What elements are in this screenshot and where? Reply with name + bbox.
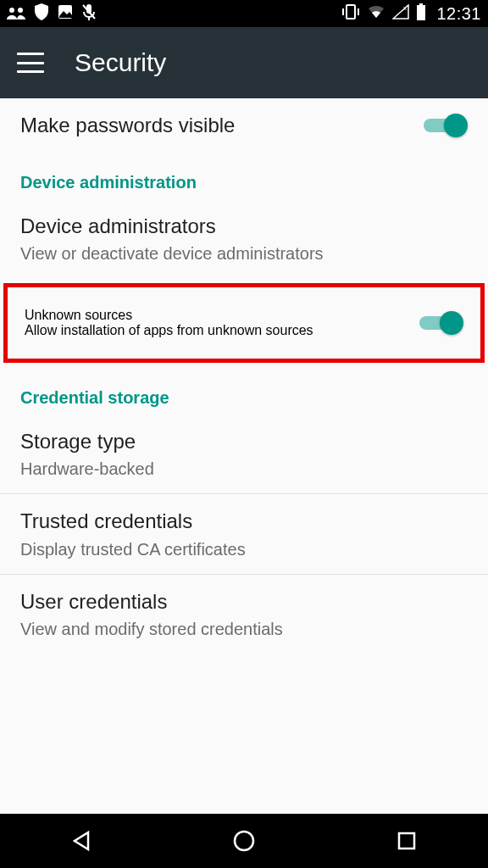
svg-text:x: x bbox=[403, 4, 407, 12]
svg-point-1 bbox=[18, 8, 23, 13]
svg-point-12 bbox=[235, 832, 253, 850]
svg-rect-10 bbox=[419, 3, 423, 5]
recent-apps-button[interactable] bbox=[356, 821, 458, 861]
device-administrators-row[interactable]: Device administrators View or deactivate… bbox=[0, 199, 488, 278]
signal-icon: x bbox=[392, 4, 409, 24]
row-title: Make passwords visible bbox=[20, 112, 410, 138]
unknown-sources-row[interactable]: Unknown sources Allow installation of ap… bbox=[25, 308, 419, 338]
row-title: Storage type bbox=[20, 428, 468, 454]
svg-rect-13 bbox=[399, 833, 414, 849]
row-title: User credentials bbox=[20, 588, 468, 615]
status-bar: x 12:31 bbox=[0, 0, 488, 27]
row-subtitle: View and modify stored credentials bbox=[20, 618, 468, 640]
app-bar: Security bbox=[0, 27, 488, 98]
svg-rect-6 bbox=[347, 5, 355, 19]
vibrate-icon bbox=[341, 4, 360, 24]
wifi-icon bbox=[367, 4, 385, 24]
row-title: Device administrators bbox=[20, 213, 468, 239]
svg-point-0 bbox=[9, 8, 14, 13]
trusted-credentials-row[interactable]: Trusted credentials Display trusted CA c… bbox=[0, 494, 488, 573]
image-icon bbox=[58, 4, 73, 24]
row-subtitle: Hardware-backed bbox=[20, 458, 468, 480]
row-title: Trusted credentials bbox=[20, 508, 468, 534]
settings-list: Make passwords visible Device administra… bbox=[0, 98, 488, 654]
user-credentials-row[interactable]: User credentials View and modify stored … bbox=[0, 575, 488, 654]
page-title: Security bbox=[75, 48, 166, 77]
back-button[interactable] bbox=[30, 821, 132, 861]
unknown-sources-toggle[interactable] bbox=[419, 309, 463, 337]
make-passwords-visible-row[interactable]: Make passwords visible bbox=[0, 98, 488, 153]
section-device-administration: Device administration bbox=[0, 153, 488, 199]
shield-icon bbox=[34, 3, 49, 25]
row-subtitle: View or deactivate device administrators bbox=[20, 242, 468, 264]
svg-rect-11 bbox=[417, 5, 425, 20]
storage-type-row[interactable]: Storage type Hardware-backed bbox=[0, 415, 488, 493]
row-subtitle: Allow installation of apps from unknown … bbox=[25, 323, 406, 338]
row-subtitle: Display trusted CA certificates bbox=[20, 538, 468, 560]
section-credential-storage: Credential storage bbox=[0, 368, 488, 415]
mic-off-icon bbox=[81, 3, 97, 25]
navigation-bar bbox=[0, 814, 488, 868]
row-title: Unknown sources bbox=[25, 308, 406, 323]
passwords-visible-toggle[interactable] bbox=[424, 112, 468, 139]
battery-icon bbox=[416, 3, 426, 25]
unknown-sources-highlight: Unknown sources Allow installation of ap… bbox=[3, 283, 485, 363]
clock: 12:31 bbox=[436, 4, 481, 24]
people-icon bbox=[7, 4, 25, 24]
menu-icon[interactable] bbox=[17, 53, 44, 73]
home-button[interactable] bbox=[193, 821, 295, 861]
